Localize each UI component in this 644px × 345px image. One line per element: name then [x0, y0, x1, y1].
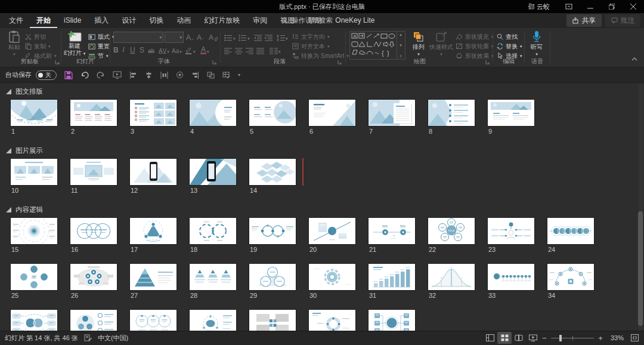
collapse-ribbon-button[interactable]: [631, 57, 638, 61]
tab-动画[interactable]: 动画: [170, 13, 197, 28]
slide-thumbnail[interactable]: [428, 100, 475, 126]
shapes-gallery-scroll[interactable]: ▲ ▼ ≡: [397, 32, 404, 59]
zoom-in-button[interactable]: +: [596, 334, 605, 343]
copy-button[interactable]: 复制▾: [25, 42, 51, 51]
slide-thumbnail[interactable]: TITLE: [428, 218, 475, 244]
slide-thumbnail[interactable]: [130, 218, 177, 244]
slide-thumbnail[interactable]: [488, 218, 534, 244]
slide-thumbnail[interactable]: 50%50%: [369, 218, 415, 244]
italic-button[interactable]: I: [122, 44, 125, 54]
close-button[interactable]: [623, 0, 644, 13]
ribbon-display-options-button[interactable]: [558, 0, 580, 13]
justify-button[interactable]: [256, 44, 264, 54]
slide-thumbnail[interactable]: [369, 100, 415, 126]
qat-more-commands-button[interactable]: ▾: [238, 72, 240, 78]
distribute-horizontal-button[interactable]: [160, 72, 168, 79]
paragraph-dialog-launcher[interactable]: [338, 60, 343, 65]
slide-thumbnail[interactable]: [547, 264, 594, 290]
slide-thumbnail[interactable]: [249, 264, 296, 290]
group-objects-button[interactable]: [207, 72, 215, 79]
fit-to-window-button[interactable]: [627, 332, 642, 344]
text-direction-button[interactable]: 文字方向▾: [292, 32, 330, 41]
tab-设计[interactable]: 设计: [115, 13, 143, 28]
scrollbar-track[interactable]: [639, 84, 643, 331]
spellcheck-icon[interactable]: [84, 334, 92, 341]
section-header-图文排版[interactable]: 图文排版: [6, 87, 43, 96]
slide-thumbnail[interactable]: [130, 159, 177, 185]
arrange-button[interactable]: 排列 ▾: [409, 30, 428, 58]
save-button[interactable]: [64, 71, 73, 79]
underline-button[interactable]: U: [130, 44, 135, 54]
slide-thumbnail[interactable]: [11, 218, 57, 244]
slide-thumbnail[interactable]: [11, 100, 57, 126]
slide-thumbnail[interactable]: [11, 159, 57, 185]
find-button[interactable]: 查找: [497, 32, 518, 41]
font-color-button[interactable]: A▾: [200, 44, 209, 54]
slide-thumbnail[interactable]: [309, 100, 355, 126]
slide-thumbnail[interactable]: [249, 159, 296, 185]
tab-幻灯片放映[interactable]: 幻灯片放映: [197, 13, 246, 28]
highlight-color-button[interactable]: ▾: [185, 44, 196, 54]
slide-thumbnail[interactable]: [70, 218, 117, 244]
section-header-内容逻辑[interactable]: 内容逻辑: [6, 205, 43, 214]
align-objects-right-button[interactable]: [191, 72, 199, 79]
font-name-combo[interactable]: ▾: [113, 32, 163, 43]
slide-thumbnail[interactable]: [309, 218, 355, 244]
normal-view-button[interactable]: [483, 332, 497, 344]
cut-button[interactable]: 剪切: [25, 32, 46, 41]
tab-OneKey Lite[interactable]: OneKey Lite: [329, 13, 381, 28]
strikethrough-button[interactable]: ab: [148, 44, 154, 54]
decrease-indent-button[interactable]: [254, 30, 262, 41]
tab-切换[interactable]: 切换: [143, 13, 170, 28]
shape-fill-button[interactable]: 形状填充▾: [456, 32, 494, 41]
decrease-font-button[interactable]: Aˇ: [197, 31, 203, 42]
slide-thumbnail[interactable]: [130, 264, 177, 290]
slide-thumbnail[interactable]: [190, 264, 236, 290]
reset-button[interactable]: 重置: [88, 42, 110, 51]
slide-thumbnail[interactable]: [488, 100, 534, 126]
start-slideshow-button[interactable]: [113, 71, 122, 79]
theme-colors-button[interactable]: [176, 71, 184, 79]
clear-formatting-button[interactable]: A: [209, 31, 218, 42]
line-spacing-button[interactable]: ▾: [277, 30, 288, 41]
undo-button[interactable]: [80, 72, 89, 79]
slide-thumbnail[interactable]: [547, 218, 594, 244]
shape-outline-button[interactable]: 形状轮廓▾: [456, 42, 494, 51]
zoom-out-button[interactable]: −: [540, 334, 549, 343]
slide-thumbnail[interactable]: [11, 264, 57, 290]
text-shadow-button[interactable]: S: [140, 44, 144, 54]
character-spacing-button[interactable]: A̲V̲▾: [159, 44, 169, 54]
slide-thumbnail[interactable]: [309, 264, 355, 290]
slide-thumbnail[interactable]: [369, 264, 415, 290]
slide-thumbnail[interactable]: [70, 100, 117, 126]
paste-button[interactable]: 粘贴 ▾: [5, 30, 24, 58]
increase-font-button[interactable]: A^: [186, 31, 193, 42]
minimize-button[interactable]: [580, 0, 601, 13]
reading-view-button[interactable]: [512, 332, 526, 344]
slide-sorter-view-button[interactable]: [497, 332, 512, 344]
drawing-dialog-launcher[interactable]: [485, 60, 491, 65]
zoom-slider-thumb[interactable]: [559, 335, 562, 341]
change-case-button[interactable]: Aa▾: [172, 44, 182, 54]
section-header-图片展示[interactable]: 图片展示: [6, 146, 43, 155]
columns-button[interactable]: ▾: [270, 44, 281, 54]
scrollbar-thumb[interactable]: [638, 211, 643, 326]
bold-button[interactable]: B: [113, 44, 119, 54]
slide-thumbnail[interactable]: [190, 100, 236, 126]
numbering-button[interactable]: ▾: [239, 30, 250, 41]
autosave-toggle[interactable]: 关: [36, 70, 57, 80]
tab-开始[interactable]: 开始: [30, 13, 57, 28]
zoom-slider[interactable]: [551, 332, 594, 344]
increase-indent-button[interactable]: [265, 30, 273, 41]
slide-thumbnail[interactable]: [130, 100, 177, 126]
tab-iSlide[interactable]: iSlide: [57, 13, 88, 28]
slide-thumbnail[interactable]: [249, 218, 296, 244]
zoom-level[interactable]: 33%: [605, 334, 624, 341]
slide-thumbnail[interactable]: [488, 264, 534, 290]
slide-thumbnail[interactable]: [190, 218, 236, 244]
comments-button[interactable]: 批注: [605, 14, 640, 27]
slide-thumbnail[interactable]: [428, 264, 475, 290]
clipboard-dialog-launcher[interactable]: [55, 60, 60, 65]
share-button[interactable]: 共享: [566, 14, 602, 27]
bullets-button[interactable]: ▾: [224, 30, 236, 41]
